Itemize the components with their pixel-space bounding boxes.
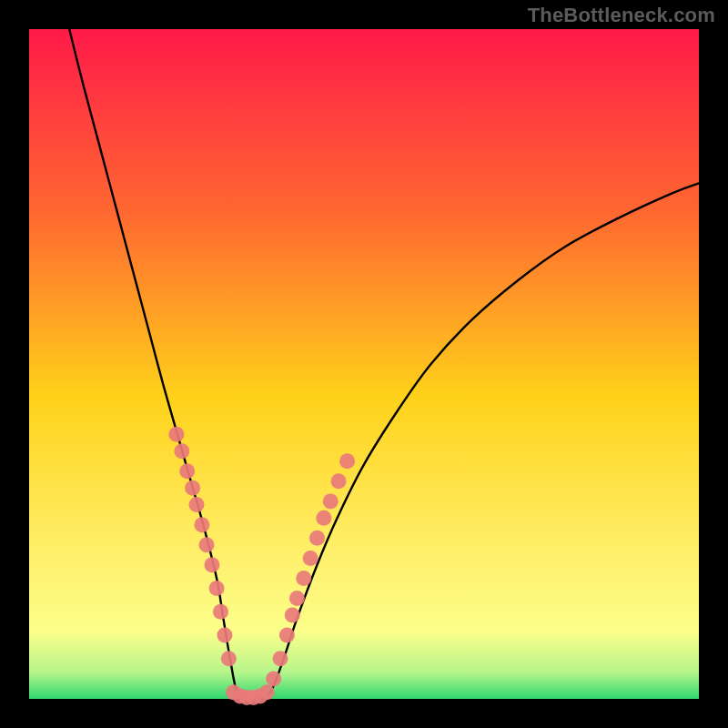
data-marker: [316, 511, 331, 526]
data-marker: [303, 551, 318, 566]
chart-container: TheBottleneck.com: [0, 0, 728, 728]
data-marker: [217, 628, 232, 643]
watermark-text: TheBottleneck.com: [528, 4, 715, 27]
data-marker: [221, 651, 237, 666]
data-marker: [213, 604, 228, 620]
data-marker: [296, 571, 311, 586]
data-marker: [279, 628, 295, 643]
data-marker: [331, 473, 347, 489]
data-marker: [174, 443, 189, 459]
bottleneck-chart: [0, 0, 728, 728]
data-marker: [273, 651, 288, 666]
data-marker: [309, 531, 325, 546]
data-marker: [289, 591, 305, 606]
plot-background: [29, 29, 699, 699]
data-marker: [323, 493, 339, 509]
data-marker: [194, 517, 209, 532]
data-marker: [339, 453, 355, 469]
data-marker: [259, 684, 275, 700]
data-marker: [209, 581, 225, 596]
data-marker: [199, 537, 215, 552]
data-marker: [185, 480, 200, 496]
data-marker: [168, 427, 184, 442]
data-marker: [179, 463, 195, 479]
data-marker: [189, 497, 205, 512]
data-marker: [204, 557, 219, 572]
data-marker: [285, 608, 300, 623]
data-marker: [266, 671, 281, 686]
